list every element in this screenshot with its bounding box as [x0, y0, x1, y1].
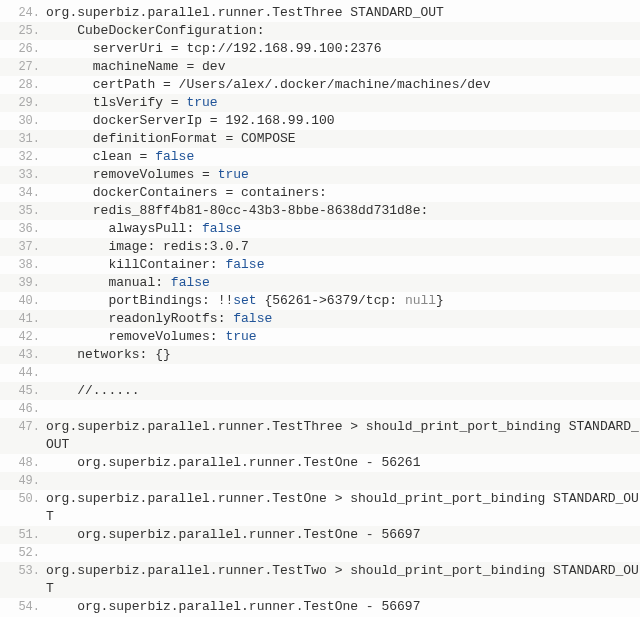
line-content: removeVolumes = true	[46, 166, 640, 184]
code-line: 36 alwaysPull: false	[0, 220, 640, 238]
line-number: 52	[0, 544, 46, 562]
code-line: 47org.superbiz.parallel.runner.TestThree…	[0, 418, 640, 454]
line-number: 28	[0, 76, 46, 94]
code-line: 40 portBindings: !!set {56261->6379/tcp:…	[0, 292, 640, 310]
line-number: 50	[0, 490, 46, 508]
keyword-token: set	[233, 293, 256, 308]
line-content: alwaysPull: false	[46, 220, 640, 238]
line-content: tlsVerify = true	[46, 94, 640, 112]
line-content: serverUri = tcp://192.168.99.100:2376	[46, 40, 640, 58]
code-line: 31 definitionFormat = COMPOSE	[0, 130, 640, 148]
line-number: 30	[0, 112, 46, 130]
line-content: dockerContainers = containers:	[46, 184, 640, 202]
line-content: readonlyRootfs: false	[46, 310, 640, 328]
line-content: org.superbiz.parallel.runner.TestOne - 5…	[46, 598, 640, 616]
line-content: killContainer: false	[46, 256, 640, 274]
line-content: manual: false	[46, 274, 640, 292]
code-line: 44	[0, 364, 640, 382]
line-number: 31	[0, 130, 46, 148]
line-content: redis_88ff4b81-80cc-43b3-8bbe-8638dd731d…	[46, 202, 640, 220]
line-number: 45	[0, 382, 46, 400]
line-content: CubeDockerConfiguration:	[46, 22, 640, 40]
code-line: 54 org.superbiz.parallel.runner.TestOne …	[0, 598, 640, 616]
line-number: 44	[0, 364, 46, 382]
line-content: networks: {}	[46, 346, 640, 364]
code-line: 53org.superbiz.parallel.runner.TestTwo >…	[0, 562, 640, 598]
line-content: definitionFormat = COMPOSE	[46, 130, 640, 148]
line-number: 39	[0, 274, 46, 292]
line-content: org.superbiz.parallel.runner.TestThree >…	[46, 418, 640, 454]
line-number: 46	[0, 400, 46, 418]
code-line: 42 removeVolumes: true	[0, 328, 640, 346]
line-content: removeVolumes: true	[46, 328, 640, 346]
keyword-token: false	[155, 149, 194, 164]
code-line: 35 redis_88ff4b81-80cc-43b3-8bbe-8638dd7…	[0, 202, 640, 220]
code-line: 25 CubeDockerConfiguration:	[0, 22, 640, 40]
line-number: 34	[0, 184, 46, 202]
line-content: org.superbiz.parallel.runner.TestOne - 5…	[46, 526, 640, 544]
code-line: 29 tlsVerify = true	[0, 94, 640, 112]
line-number: 32	[0, 148, 46, 166]
code-line: 33 removeVolumes = true	[0, 166, 640, 184]
code-line: 37 image: redis:3.0.7	[0, 238, 640, 256]
keyword-token: false	[171, 275, 210, 290]
code-line: 50org.superbiz.parallel.runner.TestOne >…	[0, 490, 640, 526]
keyword-token: true	[186, 95, 217, 110]
line-number: 37	[0, 238, 46, 256]
code-line: 26 serverUri = tcp://192.168.99.100:2376	[0, 40, 640, 58]
line-number: 43	[0, 346, 46, 364]
line-content: org.superbiz.parallel.runner.TestOne - 5…	[46, 454, 640, 472]
line-number: 29	[0, 94, 46, 112]
line-number: 54	[0, 598, 46, 616]
code-line: 52	[0, 544, 640, 562]
null-token: null	[405, 293, 436, 308]
line-number: 47	[0, 418, 46, 436]
line-content: org.superbiz.parallel.runner.TestOne > s…	[46, 490, 640, 526]
code-line: 32 clean = false	[0, 148, 640, 166]
keyword-token: false	[225, 257, 264, 272]
keyword-token: false	[233, 311, 272, 326]
line-number: 42	[0, 328, 46, 346]
line-number: 48	[0, 454, 46, 472]
line-content: image: redis:3.0.7	[46, 238, 640, 256]
line-number: 53	[0, 562, 46, 580]
code-line: 45 //......	[0, 382, 640, 400]
line-content: org.superbiz.parallel.runner.TestTwo > s…	[46, 562, 640, 598]
line-number: 36	[0, 220, 46, 238]
line-number: 49	[0, 472, 46, 490]
line-number: 40	[0, 292, 46, 310]
line-content: clean = false	[46, 148, 640, 166]
code-line: 27 machineName = dev	[0, 58, 640, 76]
code-line: 39 manual: false	[0, 274, 640, 292]
code-line: 49	[0, 472, 640, 490]
code-line: 51 org.superbiz.parallel.runner.TestOne …	[0, 526, 640, 544]
line-number: 33	[0, 166, 46, 184]
line-content: //......	[46, 382, 640, 400]
code-line: 28 certPath = /Users/alex/.docker/machin…	[0, 76, 640, 94]
code-line: 24org.superbiz.parallel.runner.TestThree…	[0, 4, 640, 22]
code-line: 41 readonlyRootfs: false	[0, 310, 640, 328]
line-number: 25	[0, 22, 46, 40]
line-content: dockerServerIp = 192.168.99.100	[46, 112, 640, 130]
keyword-token: true	[218, 167, 249, 182]
line-content: org.superbiz.parallel.runner.TestThree S…	[46, 4, 640, 22]
code-line: 34 dockerContainers = containers:	[0, 184, 640, 202]
code-line: 30 dockerServerIp = 192.168.99.100	[0, 112, 640, 130]
code-line: 48 org.superbiz.parallel.runner.TestOne …	[0, 454, 640, 472]
line-content: certPath = /Users/alex/.docker/machine/m…	[46, 76, 640, 94]
line-number: 24	[0, 4, 46, 22]
line-number: 41	[0, 310, 46, 328]
line-number: 51	[0, 526, 46, 544]
keyword-token: true	[225, 329, 256, 344]
code-block: 24org.superbiz.parallel.runner.TestThree…	[0, 0, 640, 617]
line-content: portBindings: !!set {56261->6379/tcp: nu…	[46, 292, 640, 310]
code-line: 38 killContainer: false	[0, 256, 640, 274]
line-number: 35	[0, 202, 46, 220]
line-content: machineName = dev	[46, 58, 640, 76]
line-number: 26	[0, 40, 46, 58]
code-line: 43 networks: {}	[0, 346, 640, 364]
keyword-token: false	[202, 221, 241, 236]
line-number: 38	[0, 256, 46, 274]
line-number: 27	[0, 58, 46, 76]
code-line: 46	[0, 400, 640, 418]
